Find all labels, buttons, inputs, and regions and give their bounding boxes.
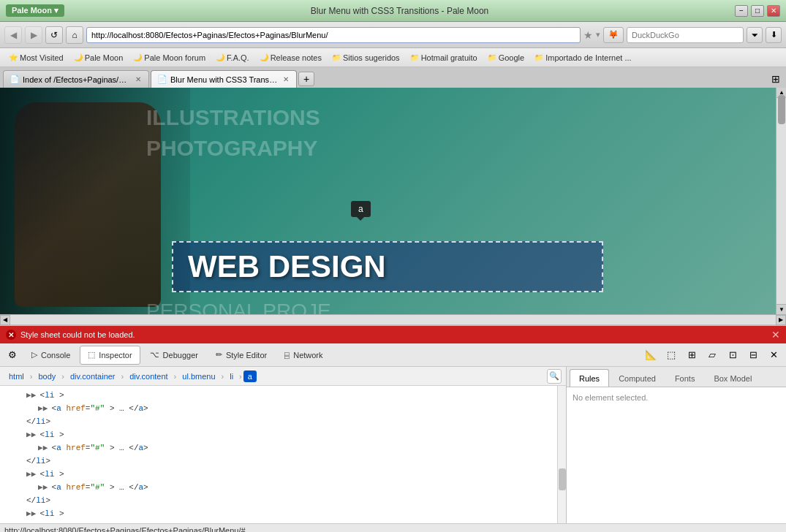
error-close-button[interactable]: ✕ xyxy=(771,329,780,341)
bookmark-most-visited[interactable]: ⭐ Most Visited xyxy=(4,52,68,64)
devtools-network-tab[interactable]: ⌸ Network xyxy=(276,346,330,365)
tab-index[interactable]: 📄 Index of /Efectos+Paginas/Efectos+P...… xyxy=(3,70,149,88)
breadcrumb-search-button[interactable]: 🔍 xyxy=(547,369,562,384)
search-input[interactable] xyxy=(627,27,744,43)
hscroll-area[interactable] xyxy=(10,315,776,324)
expand-icon-4[interactable]: ▶ xyxy=(26,429,35,441)
html-line-7: ▶ <li > xyxy=(0,468,566,481)
breadcrumb-a[interactable]: a xyxy=(243,370,257,382)
style-editor-icon: ✏ xyxy=(216,350,222,360)
breadcrumb-ul-bmenu[interactable]: ul.bmenu xyxy=(178,370,219,382)
subtabs-bar: Rules Computed Fonts Box Model xyxy=(567,367,786,387)
hscroll-left-button[interactable]: ◀ xyxy=(0,315,10,325)
bookmark-importado[interactable]: 📁 Importado de Internet ... xyxy=(530,52,635,64)
text-illustrations: ILLUSTRATIONS xyxy=(146,102,771,133)
vertical-scrollbar[interactable]: ▲ ▼ xyxy=(776,88,786,314)
devtools-console-tab[interactable]: ▷ Console xyxy=(23,346,78,365)
tabs-overflow-button[interactable]: ⊞ xyxy=(768,72,783,86)
breadcrumb-li[interactable]: li xyxy=(225,370,238,382)
breadcrumb-div-content[interactable]: div.content xyxy=(125,370,172,382)
titlebar: Pale Moon ▾ Blur Menu with CSS3 Transiti… xyxy=(0,0,786,22)
palemoon-forum-icon: 🌙 xyxy=(133,53,142,61)
html-line-9: </li> xyxy=(0,494,566,507)
bookmark-google[interactable]: 📁 Google xyxy=(483,52,529,64)
devtools-settings-button[interactable]: ⚙ xyxy=(3,346,22,365)
restore-button[interactable]: □ xyxy=(751,5,764,17)
breadcrumb-body[interactable]: body xyxy=(34,370,60,382)
devtools-inspector-tab[interactable]: ⬚ Inspector xyxy=(80,346,140,365)
no-element-selected-text: No element selected. xyxy=(573,393,648,402)
debugger-icon: ⌥ xyxy=(150,350,159,360)
bookmark-hotmail[interactable]: 📁 Hotmail gratuito xyxy=(406,52,482,64)
html-line-6: </li> xyxy=(0,455,566,468)
scroll-down-button[interactable]: ▼ xyxy=(776,304,786,314)
expand-icon-7[interactable]: ▶ xyxy=(26,468,35,480)
html-panel-scrollbar[interactable] xyxy=(557,386,566,523)
breadcrumb-div-container[interactable]: div.container xyxy=(66,370,120,382)
new-tab-button[interactable]: + xyxy=(298,72,314,86)
devtools-close-button[interactable]: ✕ xyxy=(764,346,783,365)
hscroll-right-button[interactable]: ▶ xyxy=(776,315,786,325)
browser-content: ILLUSTRATIONS PHOTOGRAPHY a WEB DESIGN P… xyxy=(0,88,786,314)
bookmark-sitios[interactable]: 📁 Sitios sugeridos xyxy=(328,52,404,64)
html-source-panel: ▶ <li > ▶ <a href="#" > … </a> </li> ▶ <… xyxy=(0,386,566,523)
html-panel-container: html › body › div.container › div.conten… xyxy=(0,367,567,523)
back-button[interactable]: ◀ xyxy=(4,26,22,44)
html-line-2: ▶ <a href="#" > … </a> xyxy=(0,402,566,415)
expand-icon-1[interactable]: ▶ xyxy=(26,390,35,401)
undock-button[interactable]: ⊟ xyxy=(744,346,763,365)
devtools-debugger-tab[interactable]: ⌥ Debugger xyxy=(142,346,206,365)
window-controls: − □ ✕ xyxy=(735,5,780,17)
close-button[interactable]: ✕ xyxy=(767,5,780,17)
tabs-bar: 📄 Index of /Efectos+Paginas/Efectos+P...… xyxy=(0,67,786,88)
subtab-fonts[interactable]: Fonts xyxy=(665,369,705,387)
rules-content: No element selected. xyxy=(567,387,786,523)
tab-blurmenu[interactable]: 📄 Blur Menu with CSS3 Transitions ✕ xyxy=(151,70,297,88)
scroll-thumb[interactable] xyxy=(778,95,785,124)
subtab-computed[interactable]: Computed xyxy=(609,369,665,387)
html-scroll-thumb[interactable] xyxy=(559,468,566,490)
minimize-button[interactable]: − xyxy=(735,5,748,17)
inspector-label: Inspector xyxy=(99,351,132,360)
bookmark-palemoon[interactable]: 🌙 Pale Moon xyxy=(69,52,128,64)
element-tooltip: a xyxy=(351,201,371,217)
subtab-rules[interactable]: Rules xyxy=(570,369,609,387)
tab-blurmenu-close[interactable]: ✕ xyxy=(281,75,290,84)
tab-index-close[interactable]: ✕ xyxy=(134,75,143,84)
devtools-toolbar: ⚙ ▷ Console ⬚ Inspector ⌥ Debugger ✏ Sty… xyxy=(0,343,786,367)
expand-icon-5[interactable]: ▶ xyxy=(38,442,47,454)
pick-element-button[interactable]: 📐 xyxy=(641,346,660,365)
expand-icon-8[interactable]: ▶ xyxy=(38,482,47,493)
url-bar[interactable] xyxy=(86,27,581,43)
browser-logo[interactable]: Pale Moon ▾ xyxy=(6,4,64,17)
bookmark-release-notes[interactable]: 🌙 Release notes xyxy=(255,52,326,64)
breadcrumb-html[interactable]: html xyxy=(4,370,29,382)
bc-sep-3: › xyxy=(121,372,124,381)
bookmark-faq[interactable]: 🌙 F.A.Q. xyxy=(211,52,254,64)
home-button[interactable]: ⌂ xyxy=(66,26,83,44)
download-button[interactable]: ⬇ xyxy=(766,27,782,43)
selected-element-highlight: WEB DESIGN xyxy=(172,241,603,292)
bc-sep-4: › xyxy=(174,372,177,381)
release-notes-icon: 🌙 xyxy=(260,53,268,61)
layout-button[interactable]: ⊞ xyxy=(682,346,701,365)
expand-icon-10[interactable]: ▶ xyxy=(26,508,35,520)
history-button[interactable]: ⏷ xyxy=(747,27,763,43)
subtab-boxmodel[interactable]: Box Model xyxy=(704,369,761,387)
error-bar: ✕ Style sheet could not be loaded. ✕ xyxy=(0,326,786,343)
addon-button[interactable]: 🦊 xyxy=(603,27,624,43)
dock-button[interactable]: ⊡ xyxy=(723,346,742,365)
reload-button[interactable]: ↺ xyxy=(45,26,63,44)
network-icon: ⌸ xyxy=(284,351,290,360)
bc-sep-6: › xyxy=(239,372,242,381)
devtools-style-editor-tab[interactable]: ✏ Style Editor xyxy=(208,346,275,365)
screenshot-button[interactable]: ⬚ xyxy=(662,346,681,365)
text-photography: PHOTOGRAPHY xyxy=(146,133,771,164)
bookmark-palemoon-forum[interactable]: 🌙 Pale Moon forum xyxy=(129,52,210,64)
sitios-icon: 📁 xyxy=(332,53,341,61)
forward-button[interactable]: ▶ xyxy=(25,26,42,44)
horizontal-scrollbar[interactable]: ◀ ▶ xyxy=(0,314,786,324)
split-button[interactable]: ▱ xyxy=(703,346,722,365)
html-line-5: ▶ <a href="#" > … </a> xyxy=(0,441,566,455)
expand-icon-2[interactable]: ▶ xyxy=(38,403,47,414)
